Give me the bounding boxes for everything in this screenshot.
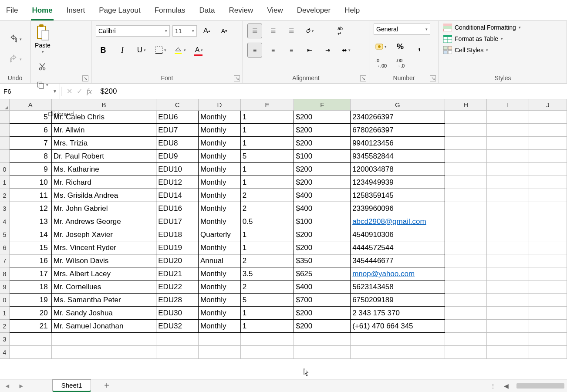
cell[interactable]: 13 (10, 215, 52, 228)
cell[interactable] (487, 294, 529, 307)
align-right-button[interactable]: ≡ (284, 43, 299, 57)
cell[interactable] (52, 346, 156, 359)
cell[interactable]: Monthly (199, 280, 241, 294)
row-header[interactable] (0, 150, 10, 163)
cell[interactable] (529, 254, 567, 267)
cell[interactable] (445, 228, 487, 241)
cell[interactable]: 10 (10, 176, 52, 189)
cell[interactable]: EDU21 (156, 267, 199, 280)
cell[interactable]: 1 (241, 176, 294, 189)
col-header-E[interactable]: E (241, 99, 294, 111)
col-header-G[interactable]: G (351, 99, 445, 111)
cell[interactable]: 1 (241, 241, 294, 254)
row-header[interactable]: 3 (0, 202, 10, 215)
cell[interactable]: Monthly (199, 241, 241, 254)
cell[interactable]: Monthly (199, 176, 241, 189)
cell[interactable] (445, 137, 487, 150)
cell[interactable] (445, 267, 487, 280)
cell[interactable] (445, 320, 487, 333)
cell[interactable]: 15 (10, 241, 52, 254)
cell[interactable]: EDU28 (156, 294, 199, 307)
horizontal-scrollbar[interactable] (516, 383, 564, 389)
cell[interactable] (241, 346, 294, 359)
cell[interactable]: 5623143458 (351, 280, 445, 294)
cell[interactable]: 2 (241, 280, 294, 294)
cell[interactable]: EDU9 (156, 150, 199, 163)
cell[interactable]: Monthly (199, 267, 241, 280)
row-header[interactable]: 9 (0, 280, 10, 294)
row-header[interactable]: 4 (0, 215, 10, 228)
cell[interactable]: 4444572544 (351, 241, 445, 254)
cell[interactable] (10, 333, 52, 346)
cell[interactable]: EDU22 (156, 280, 199, 294)
italic-button[interactable]: I (115, 43, 130, 57)
cell[interactable]: $200 (294, 163, 351, 176)
increase-indent-button[interactable]: ⇥ (321, 43, 335, 57)
undo-button[interactable] (8, 32, 23, 47)
cell[interactable]: 1 (241, 307, 294, 320)
cell[interactable]: EDU10 (156, 163, 199, 176)
cell[interactable] (445, 124, 487, 137)
cell[interactable]: 1 (241, 320, 294, 333)
cell[interactable]: Ms. Grisilda Andrea (52, 189, 156, 202)
sheet-options-icon[interactable]: ⋮ (490, 382, 496, 389)
cell[interactable]: $700 (294, 294, 351, 307)
cut-button[interactable] (35, 59, 50, 74)
row-header[interactable]: 1 (0, 307, 10, 320)
cell[interactable]: $400 (294, 280, 351, 294)
cell[interactable]: $200 (294, 124, 351, 137)
cell[interactable] (445, 241, 487, 254)
cell[interactable]: 7 (10, 137, 52, 150)
paste-button[interactable]: Paste ▾ (35, 24, 51, 54)
cell[interactable] (445, 111, 487, 124)
menu-insert[interactable]: Insert (66, 3, 86, 20)
cell[interactable]: Monthly (199, 150, 241, 163)
cell[interactable] (445, 346, 487, 359)
cell[interactable]: EDU8 (156, 137, 199, 150)
cell[interactable] (294, 346, 351, 359)
cell[interactable] (529, 111, 567, 124)
cell[interactable]: 6780266397 (351, 124, 445, 137)
cell[interactable] (529, 294, 567, 307)
cell[interactable]: EDU19 (156, 241, 199, 254)
align-left-button[interactable]: ≡ (247, 43, 262, 57)
cell[interactable]: Monthly (199, 294, 241, 307)
cell[interactable]: $400 (294, 189, 351, 202)
cell[interactable] (487, 111, 529, 124)
cell[interactable] (529, 137, 567, 150)
cell[interactable] (487, 241, 529, 254)
cell[interactable]: Monthly (199, 124, 241, 137)
cell[interactable]: EDU14 (156, 189, 199, 202)
fill-color-button[interactable] (172, 43, 187, 57)
cell[interactable] (487, 320, 529, 333)
col-header-C[interactable]: C (156, 99, 199, 111)
cell[interactable]: 2339960096 (351, 202, 445, 215)
cell[interactable]: Mr. Wilson Davis (52, 254, 156, 267)
cell[interactable]: Monthly (199, 111, 241, 124)
cell[interactable]: Mr. Allwin (52, 124, 156, 137)
cell[interactable]: Monthly (199, 320, 241, 333)
col-header-J[interactable]: J (529, 99, 567, 111)
cell[interactable]: Ms. Katharine (52, 163, 156, 176)
cell[interactable]: 2 (241, 189, 294, 202)
cell[interactable]: EDU17 (156, 215, 199, 228)
row-header[interactable]: 2 (0, 189, 10, 202)
cell[interactable] (199, 346, 241, 359)
cell[interactable] (529, 333, 567, 346)
cell-styles-button[interactable]: Cell Styles ▾ (443, 46, 562, 54)
row-header[interactable] (0, 124, 10, 137)
cell[interactable] (529, 202, 567, 215)
cell[interactable]: Monthly (199, 137, 241, 150)
cell[interactable] (52, 333, 156, 346)
cell[interactable] (487, 346, 529, 359)
cell[interactable] (529, 280, 567, 294)
scroll-left-icon[interactable]: ◀ (500, 382, 512, 389)
cell[interactable]: $350 (294, 254, 351, 267)
cell[interactable]: Monthly (199, 189, 241, 202)
cell[interactable]: 14 (10, 228, 52, 241)
cell[interactable]: 4540910306 (351, 228, 445, 241)
cell[interactable] (529, 320, 567, 333)
row-header[interactable]: 0 (0, 294, 10, 307)
font-size-select[interactable]: 11▾ (172, 25, 197, 37)
menu-developer[interactable]: Developer (296, 3, 332, 20)
